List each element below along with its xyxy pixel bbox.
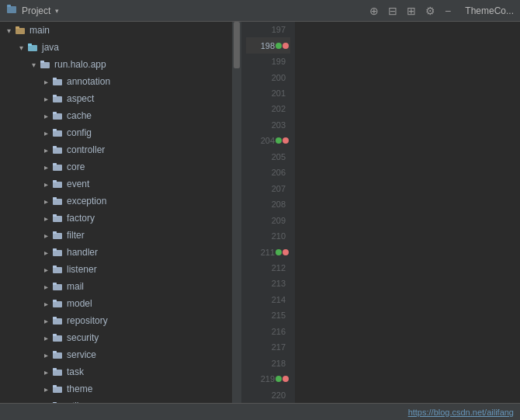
tree-item-model[interactable]: model [0,295,232,312]
svg-rect-30 [53,267,62,273]
svg-rect-44 [53,387,62,393]
tree-item-service[interactable]: service [0,346,232,363]
tree-item-security[interactable]: security [0,329,232,346]
svg-rect-27 [53,231,57,234]
tree-item-repository[interactable]: repository [0,312,232,329]
svg-rect-24 [53,216,62,222]
tree-label-run.halo.app: run.halo.app [54,59,106,70]
line-num-206: 206 [272,168,286,177]
tree-arrow-listener [40,264,51,275]
svg-rect-43 [53,368,57,370]
line-num-201: 201 [272,89,286,98]
tree-label-core: core [67,161,85,172]
pkg-folder-icon [51,349,64,361]
tree-arrow-repository [40,315,51,326]
tree-label-model: model [67,298,92,309]
line-num-209: 209 [272,216,286,225]
svg-rect-40 [53,352,62,359]
pkg-folder-icon [51,331,64,344]
svg-rect-6 [40,62,50,68]
folder-icon [14,24,26,36]
tree-arrow-run.halo.app [28,59,39,70]
tree-item-cache[interactable]: cache [0,107,232,124]
tree-item-factory[interactable]: factory [0,210,232,227]
tree-item-handler[interactable]: handler [0,244,232,261]
green-badge [276,249,282,255]
red-badge [283,376,289,382]
svg-rect-39 [53,334,57,336]
pkg-folder-icon [51,161,64,173]
tree-item-theme[interactable]: theme [0,380,232,397]
line-214: 214 [246,292,290,307]
svg-rect-29 [53,248,57,251]
line-219: 219 [246,371,290,387]
line-badges-211 [276,249,289,255]
pkg-folder-icon [51,246,64,259]
line-218: 218 [246,356,290,371]
line-num-219: 219 [261,374,275,384]
tree-item-filter[interactable]: filter [0,227,232,244]
tree-arrow-filter [40,230,51,241]
tree-arrow-cache [40,110,51,121]
svg-rect-26 [53,233,62,239]
tree-item-main[interactable]: main [0,22,232,39]
line-203: 203 [246,117,290,133]
expand-icon[interactable]: ⊞ [405,3,418,19]
green-badge [276,137,282,144]
svg-rect-10 [53,96,62,102]
scrollbar[interactable] [233,22,241,403]
src-folder-icon [26,41,39,54]
tree-item-run.halo.app[interactable]: run.halo.app [0,56,232,73]
tree-item-config[interactable]: config [0,124,232,141]
tree-item-exception[interactable]: exception [0,193,232,210]
file-tree: main java run.halo.app annotation aspect… [0,22,233,403]
svg-rect-3 [16,26,19,29]
active-tab-label: ThemeCo... [465,5,514,16]
pkg-folder-icon [51,127,64,139]
tree-item-listener[interactable]: listener [0,261,232,278]
tree-label-task: task [67,366,84,377]
dropdown-icon[interactable]: ▾ [55,7,59,15]
project-label[interactable]: Project [22,5,50,16]
tree-item-event[interactable]: event [0,175,232,193]
svg-rect-13 [53,112,57,114]
bottom-bar: https://blog.csdn.net/ailifang [0,403,520,420]
tree-item-java[interactable]: java [0,39,232,56]
settings-icon[interactable]: ⚙ [424,3,437,19]
url-text[interactable]: https://blog.csdn.net/ailifang [408,408,514,417]
tree-arrow-java [16,42,26,53]
project-icon [6,4,17,17]
svg-rect-21 [53,180,57,182]
tree-item-controller[interactable]: controller [0,141,232,158]
svg-rect-5 [28,43,32,46]
tree-arrow-service [40,349,51,360]
line-204: 204 [246,133,290,148]
line-207: 207 [246,181,290,196]
minimize-icon[interactable]: − [443,3,452,19]
tree-item-mail[interactable]: mail [0,278,232,295]
svg-rect-8 [53,79,62,85]
tree-item-aspect[interactable]: aspect [0,90,232,107]
tree-item-utils[interactable]: utils [0,397,232,403]
title-bar: Project ▾ ⊕ ⊟ ⊞ ⚙ − ThemeCo... [0,0,520,22]
collapse-icon[interactable]: ⊟ [387,3,399,19]
tree-item-annotation[interactable]: annotation [0,73,232,90]
line-num-208: 208 [272,200,286,209]
locate-icon[interactable]: ⊕ [368,3,380,19]
tree-item-core[interactable]: core [0,158,232,175]
svg-rect-25 [53,214,57,217]
tree-label-listener: listener [67,264,97,275]
line-badges-204 [276,137,289,144]
line-num-218: 218 [272,359,286,368]
line-201: 201 [246,85,290,101]
tree-arrow-theme [40,384,51,394]
svg-rect-14 [53,130,62,137]
tree-arrow-aspect [40,93,51,104]
svg-rect-32 [53,284,62,290]
tree-label-event: event [67,179,89,189]
line-num-216: 216 [272,327,286,336]
pkg-folder-icon [51,297,64,310]
tree-item-task[interactable]: task [0,363,232,380]
svg-rect-15 [53,129,57,131]
pkg-folder-icon [51,178,64,190]
